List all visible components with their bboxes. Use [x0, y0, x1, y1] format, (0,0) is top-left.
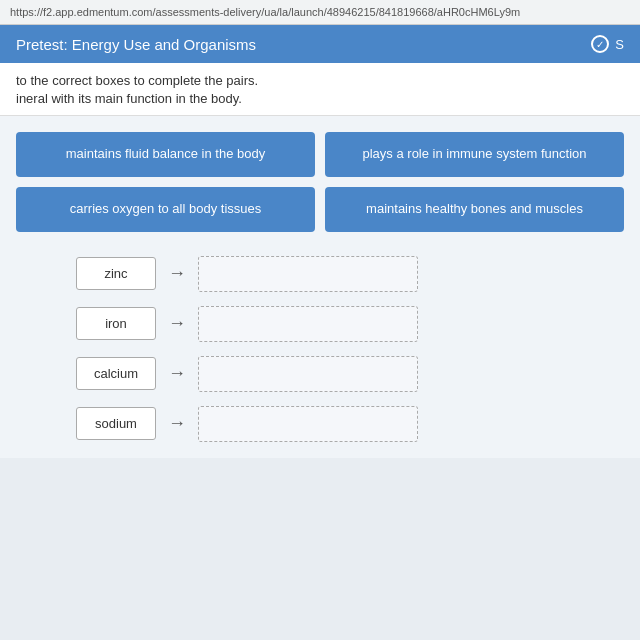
- drop-target-0[interactable]: [198, 256, 418, 292]
- instruction-line-1: to the correct boxes to complete the pai…: [16, 73, 624, 88]
- page-header: Pretest: Energy Use and Organisms ✓ S: [0, 25, 640, 63]
- instruction-area: to the correct boxes to complete the pai…: [0, 63, 640, 116]
- match-row-3: sodium→: [76, 406, 624, 442]
- answer-button-1[interactable]: plays a role in immune system function: [325, 132, 624, 177]
- answer-button-3[interactable]: maintains healthy bones and muscles: [325, 187, 624, 232]
- match-row-0: zinc→: [76, 256, 624, 292]
- answer-button-0[interactable]: maintains fluid balance in the body: [16, 132, 315, 177]
- arrow-icon-2: →: [164, 363, 190, 384]
- match-label-2: calcium: [76, 357, 156, 390]
- matching-section: zinc→iron→calcium→sodium→: [16, 256, 624, 442]
- arrow-icon-0: →: [164, 263, 190, 284]
- check-icon: ✓: [591, 35, 609, 53]
- match-label-3: sodium: [76, 407, 156, 440]
- page-title: Pretest: Energy Use and Organisms: [16, 36, 256, 53]
- answer-buttons-grid: maintains fluid balance in the bodyplays…: [16, 132, 624, 232]
- instruction-line-2: ineral with its main function in the bod…: [16, 91, 624, 106]
- arrow-icon-1: →: [164, 313, 190, 334]
- browser-address-bar: https://f2.app.edmentum.com/assessments-…: [0, 0, 640, 25]
- arrow-icon-3: →: [164, 413, 190, 434]
- match-label-1: iron: [76, 307, 156, 340]
- header-right: ✓ S: [591, 35, 624, 53]
- drop-target-3[interactable]: [198, 406, 418, 442]
- main-content: maintains fluid balance in the bodyplays…: [0, 116, 640, 458]
- answer-button-2[interactable]: carries oxygen to all body tissues: [16, 187, 315, 232]
- match-row-2: calcium→: [76, 356, 624, 392]
- drop-target-1[interactable]: [198, 306, 418, 342]
- match-label-0: zinc: [76, 257, 156, 290]
- match-row-1: iron→: [76, 306, 624, 342]
- drop-target-2[interactable]: [198, 356, 418, 392]
